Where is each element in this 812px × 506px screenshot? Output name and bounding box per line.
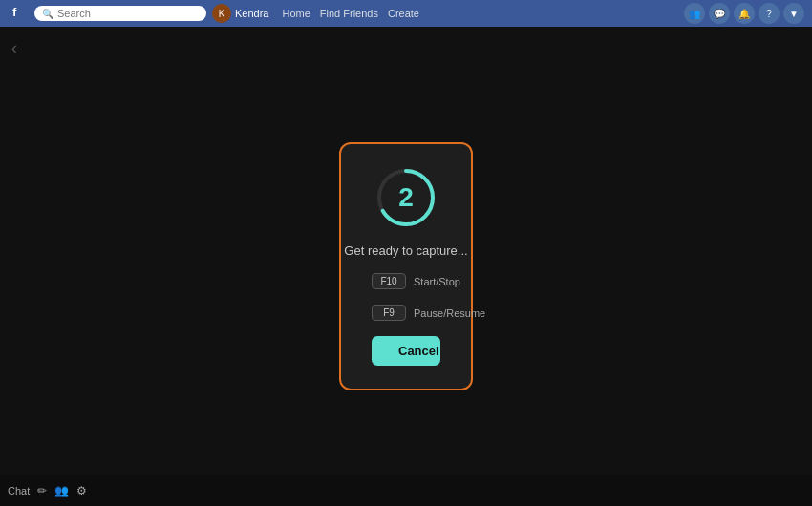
- countdown-number: 2: [398, 182, 414, 213]
- countdown-circle: 2: [375, 167, 437, 228]
- shortcut-start-stop: F10 Start/Stop: [372, 273, 440, 289]
- messenger-icon[interactable]: 💬: [709, 3, 730, 24]
- countdown-modal: 2 Get ready to capture... F10 Start/Stop…: [339, 142, 473, 390]
- search-icon: 🔍: [42, 9, 53, 19]
- search-bar[interactable]: 🔍: [34, 6, 206, 21]
- nav-create[interactable]: Create: [388, 8, 419, 19]
- help-icon[interactable]: ?: [759, 3, 780, 24]
- chat-group-icon[interactable]: 👥: [54, 484, 69, 497]
- start-stop-label: Start/Stop: [414, 276, 460, 287]
- friend-request-icon[interactable]: 👥: [684, 3, 705, 24]
- avatar: K: [212, 4, 231, 23]
- f10-key: F10: [372, 273, 406, 289]
- profile-section: K Kendra: [212, 4, 268, 23]
- profile-name: Kendra: [235, 8, 268, 19]
- pause-resume-label: Pause/Resume: [414, 307, 485, 319]
- chat-label: Chat: [8, 485, 30, 496]
- facebook-topbar: f 🔍 K Kendra Home Find Friends Create 👥 …: [0, 0, 812, 27]
- nav-home[interactable]: Home: [282, 8, 310, 19]
- modal-overlay: 2 Get ready to capture... F10 Start/Stop…: [0, 27, 812, 506]
- fb-navigation: Home Find Friends Create: [282, 8, 678, 19]
- nav-find-friends[interactable]: Find Friends: [320, 8, 378, 19]
- bottom-bar: Chat ✏ 👥 ⚙: [0, 475, 812, 506]
- settings-icon[interactable]: ▼: [783, 3, 804, 24]
- fb-logo-icon: f: [8, 3, 25, 25]
- topbar-icons: 👥 💬 🔔 ? ▼: [684, 3, 804, 24]
- chat-settings-icon[interactable]: ⚙: [76, 484, 87, 497]
- cancel-button[interactable]: Cancel: [372, 336, 440, 366]
- search-input[interactable]: [57, 8, 191, 19]
- countdown-message: Get ready to capture...: [344, 243, 467, 258]
- svg-text:f: f: [12, 5, 17, 19]
- chat-compose-icon[interactable]: ✏: [37, 484, 47, 497]
- shortcut-pause-resume: F9 Pause/Resume: [372, 305, 440, 321]
- f9-key: F9: [372, 305, 406, 321]
- notification-icon[interactable]: 🔔: [734, 3, 755, 24]
- chat-section: Chat ✏ 👥 ⚙: [8, 484, 804, 497]
